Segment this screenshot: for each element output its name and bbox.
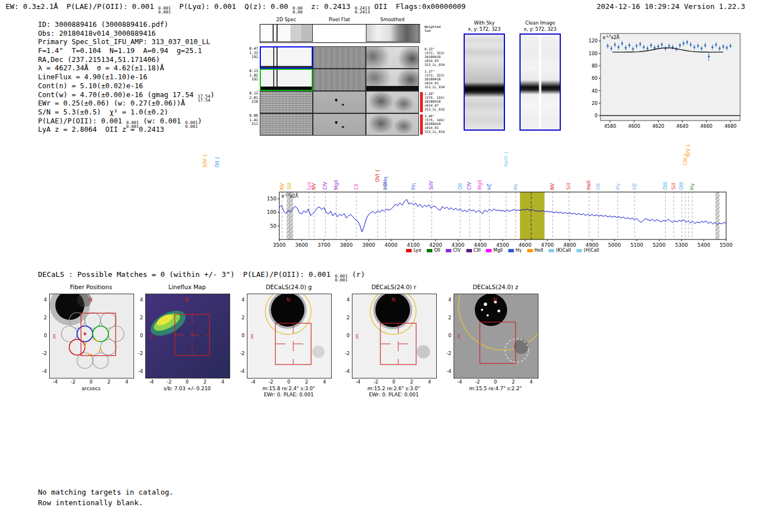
y-tick-label: 120 <box>589 38 598 44</box>
info-line: ID: 3000889416 (3000889416.pdf) <box>38 20 214 29</box>
x-tick-label: -2 <box>370 379 382 385</box>
spectrum-data-point <box>683 42 685 45</box>
cutout-decals-r: DECaLS(24.0) r -4-2024 NE -4-2024 m:15.2… <box>340 284 439 404</box>
x-tick-label: 4 <box>319 379 330 385</box>
cutout-caption: arcsecs <box>37 386 145 392</box>
y-tick-label: 80 <box>592 63 598 69</box>
spec2d-row-left-labels: 0.081.41211 <box>246 114 258 127</box>
spectrum-data-point <box>650 44 652 46</box>
with-sky-cutout: With Sky x, y: 572, 323 <box>464 20 505 131</box>
spec2d-image-cell <box>313 91 366 113</box>
compass-east-label: E <box>356 334 359 339</box>
spectrum-legend: LyαOIICIVCIIIMgIIHγHeII(K)CaII(H)CaII <box>279 248 726 253</box>
x-tick-label: 2 <box>406 379 417 385</box>
y-tick-label: -4 <box>441 368 451 374</box>
y-tick-label: -4 <box>37 368 47 374</box>
masked-region-band <box>716 192 719 239</box>
spectrum-data-point <box>646 47 649 50</box>
stacked-value: 0.0010.001 <box>185 121 198 128</box>
legend-item: (K)CaII <box>549 248 571 253</box>
decals-z-image: NE <box>454 294 538 378</box>
legend-item: Hγ <box>508 248 522 253</box>
emission-line-label: HeII <box>586 180 592 190</box>
y-tick-label: 2 <box>133 315 143 320</box>
y-tick-label: 4 <box>340 297 350 303</box>
spectrum-data-point <box>726 47 728 49</box>
spec2d-image-cell <box>313 113 366 136</box>
spec2d-image-cell <box>366 113 419 136</box>
spec2d-row: 0.081.412111.46"(575, 146)20180418v014_0… <box>246 113 451 136</box>
x-tick-label: 5100 <box>631 242 643 248</box>
x-tick-label: -4 <box>352 379 364 385</box>
compass-east-label: E <box>457 334 461 339</box>
flux-units-label: e-17x2Å <box>282 193 299 199</box>
spec2d-row: 0.471.331910.23"(572, 323)20180418v014_0… <box>246 46 451 69</box>
x-tick-label: 3500 <box>273 242 286 248</box>
spec2d-row-right-labels: 0.23"(572, 323)20180418v014_03313_LL_034 <box>425 47 450 66</box>
2d-spectra-panel: 2D SpecPixel FlatSmoothed WeightedSum0.4… <box>246 17 451 138</box>
cutout-decals-z: DECaLS(24.0) z -4-2024 NE -4-2024 m:15.5… <box>441 284 541 404</box>
spec2d-image-cell <box>260 69 313 91</box>
summary-stat: z: 0.2413 0.24130.2413 OII <box>311 2 388 11</box>
y-tick-label: 40 <box>592 88 598 94</box>
emission-line-label: OII { <box>214 156 220 167</box>
y-tick-label: 0 <box>235 333 245 338</box>
emission-line-label: MgII <box>477 180 483 190</box>
x-tick-label: -2 <box>68 379 79 385</box>
x-tick-label: 4580 <box>604 123 616 129</box>
x-tick-label: 2 <box>103 379 115 385</box>
spec2d-image-cell <box>313 46 366 69</box>
spectrum-data-point <box>611 47 613 50</box>
x-tick-label: 4600 <box>519 242 532 248</box>
compass-north-label: N <box>392 297 395 303</box>
legend-item: Lyα <box>406 248 421 253</box>
spectrum-data-point <box>614 44 616 46</box>
with-sky-image <box>464 33 505 131</box>
spec2d-row-right-labels: 1.46"(575, 146)20180418v014_01313_LL_014 <box>425 114 450 133</box>
legend-swatch <box>406 249 412 252</box>
x-tick-label: -2 <box>472 379 483 385</box>
spec2d-image-cell <box>313 24 366 42</box>
y-tick-label: 0 <box>441 333 451 338</box>
y-tick-label: 50 <box>270 223 277 229</box>
catalog-match-header: DECaLS : Possible Matches = 0 (within +/… <box>38 270 373 282</box>
spectrum-data-point <box>700 47 703 50</box>
with-sky-coords: x, y: 572, 323 <box>464 26 505 32</box>
spectrum-data-point <box>632 48 634 50</box>
summary-stat: Flags:0x00000009 <box>395 2 465 11</box>
clean-image-cutout: Clean Image x, y: 572, 323 <box>519 20 561 131</box>
y-tick-label: 100 <box>267 209 276 215</box>
x-tick-label: -4 <box>454 379 465 385</box>
spectrum-data-point <box>657 46 660 48</box>
x-tick-label: 0 <box>182 379 193 385</box>
legend-swatch <box>466 249 472 252</box>
cutout-caption-line: m:15.5 re:4.7" s:2.2" <box>441 386 550 392</box>
legend-item: HeII <box>527 248 543 253</box>
catalog-stat: DECaLS : Possible Matches = 0 (within +/… <box>38 270 235 279</box>
spec2d-row: WeightedSum <box>246 24 451 42</box>
compass-north-label: N <box>493 297 497 303</box>
x-tick-label: 5000 <box>608 242 621 248</box>
y-tick-label: -2 <box>235 351 245 356</box>
footer-line: No matching targets in catalog. <box>38 487 174 497</box>
cutout-title: Fiber Positions <box>49 284 133 290</box>
spectrum-data-point <box>636 45 638 47</box>
cutout-caption-line: EWr: 0. PLAE: 0.001 <box>235 392 343 398</box>
line-fit-chart: 020406080100120458046004620464046604680e… <box>578 26 746 133</box>
clean-image-coords: x, y: 572, 323 <box>519 26 561 32</box>
legend-swatch <box>527 249 533 252</box>
spectrum-data-point <box>624 47 627 49</box>
info-line: Cont(w) = 4.70(±0.00)e-16 (gmag 17.54 17… <box>38 90 214 99</box>
x-tick-label: -4 <box>50 379 61 385</box>
spec2d-row-left-labels: 0.471.33191 <box>246 47 258 60</box>
legend-swatch <box>427 249 432 252</box>
spec2d-column-title: Pixel Flat <box>313 17 366 22</box>
stacked-value: 0.0010.001 <box>335 274 348 282</box>
stacked-value: 0.000.00 <box>293 6 303 14</box>
with-sky-title: With Sky <box>464 20 505 26</box>
cutout-caption: m:15.2 re:2.6" s:3.0"EWr: 0. PLAE: 0.001 <box>340 386 448 398</box>
y-tick-label: 2 <box>340 315 350 320</box>
cutout-row: Fiber Positions -4-2024 <box>0 284 782 404</box>
fiber-positions-image: NE <box>49 294 134 378</box>
spec2d-image-cell <box>366 24 419 42</box>
